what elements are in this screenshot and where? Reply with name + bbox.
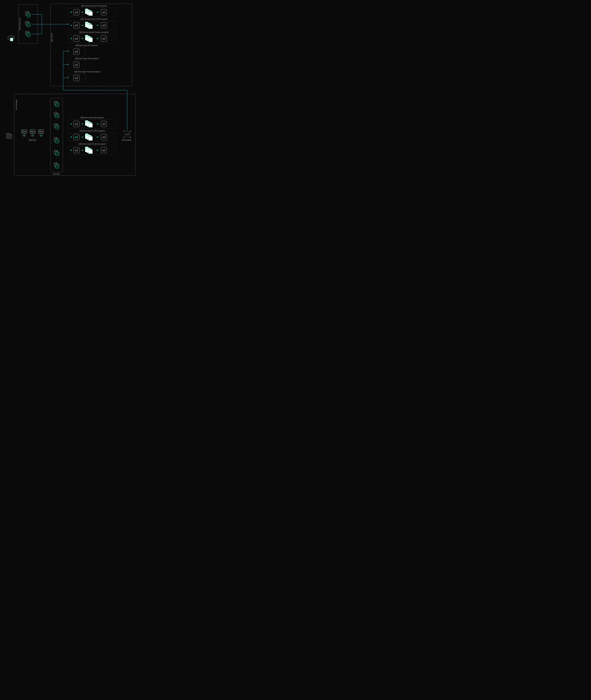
svg-point-103	[103, 123, 104, 123]
chart-app-icon	[101, 9, 107, 15]
on-premise-label: On-Premise	[15, 100, 17, 110]
sources-label: Sources	[53, 173, 60, 175]
arrow-right-icon	[96, 11, 99, 13]
svg-point-99	[76, 123, 76, 123]
database-icon	[25, 21, 31, 27]
arrow-right-icon	[70, 149, 72, 151]
svg-point-41	[77, 63, 78, 64]
svg-point-19	[76, 24, 76, 25]
chart-app-icon	[73, 49, 79, 55]
arrow-right-icon	[96, 38, 99, 40]
connector	[42, 24, 68, 24]
database-icon	[54, 150, 59, 156]
svg-point-57	[22, 130, 23, 131]
cloud-sources-label: Cloud Sources	[19, 18, 21, 31]
svg-point-124	[127, 133, 127, 134]
svg-point-114	[75, 150, 75, 151]
svg-point-116	[76, 150, 77, 151]
svg-point-26	[75, 38, 75, 39]
svg-point-111	[103, 136, 104, 137]
svg-point-125	[127, 134, 128, 134]
arrow-right-icon	[70, 123, 72, 125]
database-icon	[54, 123, 59, 129]
svg-point-28	[76, 38, 77, 39]
svg-point-14	[102, 12, 103, 13]
svg-point-100	[76, 123, 77, 124]
svg-point-13	[77, 11, 78, 11]
svg-point-11	[76, 11, 76, 12]
chart-app-icon	[73, 9, 79, 15]
svg-point-27	[76, 38, 76, 38]
arrow-right-icon	[96, 123, 99, 125]
svg-point-95	[54, 163, 58, 164]
svg-point-73	[39, 130, 40, 131]
arrow-right-icon	[81, 38, 84, 40]
svg-point-10	[75, 12, 75, 13]
svg-point-1	[25, 11, 29, 13]
svg-point-74	[40, 130, 41, 131]
database-icon	[54, 112, 59, 118]
svg-point-36	[76, 51, 77, 52]
svg-point-58	[23, 130, 24, 131]
qlik-cloud-label: Qlik Cloud	[51, 33, 53, 42]
arrow-right-icon	[67, 64, 69, 65]
svg-point-104	[104, 123, 105, 124]
svg-rect-47	[9, 134, 12, 138]
server-icon	[21, 129, 27, 137]
chart-app-icon	[101, 36, 107, 42]
svg-point-29	[77, 37, 78, 38]
group-title: QlikView App RH project1	[76, 44, 98, 47]
chart-app-icon	[73, 134, 79, 140]
svg-point-102	[102, 124, 103, 124]
svg-point-115	[76, 149, 76, 150]
svg-point-16	[104, 12, 105, 12]
arrow-right-icon	[81, 123, 84, 125]
database-icon	[54, 137, 59, 143]
svg-point-126	[128, 133, 129, 133]
svg-point-110	[102, 137, 103, 137]
chart-app-icon	[101, 134, 107, 140]
group-title: QlikView App CRM project2	[75, 57, 99, 60]
svg-point-122	[124, 131, 130, 137]
qvd-files-icon: QV QV QVD	[85, 35, 93, 42]
svg-point-109	[77, 135, 78, 136]
svg-point-105	[105, 122, 105, 123]
arrow-right-icon	[67, 50, 69, 52]
arrow-right-icon	[67, 77, 69, 78]
svg-point-32	[104, 38, 105, 39]
svg-point-42	[75, 78, 75, 78]
database-icon	[25, 11, 31, 17]
svg-point-108	[76, 137, 77, 137]
svg-point-43	[76, 77, 76, 77]
svg-point-18	[75, 25, 75, 26]
svg-point-30	[102, 38, 103, 39]
arrow-right-icon	[70, 24, 72, 26]
svg-point-66	[32, 130, 32, 131]
svg-rect-56	[21, 130, 27, 131]
svg-point-25	[105, 24, 105, 24]
arrow-right-icon	[70, 38, 72, 40]
svg-point-118	[102, 150, 103, 151]
svg-point-117	[77, 149, 78, 149]
svg-point-31	[103, 38, 104, 38]
chart-app-icon	[101, 121, 107, 127]
chart-app-icon	[101, 147, 107, 153]
svg-point-17	[105, 11, 105, 11]
svg-point-38	[75, 65, 75, 65]
distribution-label: Distribution	[122, 139, 132, 141]
qvd-files-icon: QV QV QVD	[85, 120, 93, 127]
connector	[63, 51, 63, 90]
svg-rect-63	[23, 135, 25, 136]
connector	[63, 64, 68, 65]
svg-point-7	[25, 31, 29, 32]
database-icon	[54, 162, 59, 169]
svg-point-86	[54, 123, 58, 125]
svg-point-101	[77, 122, 78, 123]
svg-rect-71	[32, 135, 33, 136]
svg-rect-79	[40, 135, 42, 136]
svg-point-107	[76, 136, 76, 137]
svg-point-98	[75, 124, 75, 124]
svg-point-65	[31, 130, 31, 131]
svg-rect-64	[30, 130, 35, 131]
connector	[31, 24, 42, 24]
